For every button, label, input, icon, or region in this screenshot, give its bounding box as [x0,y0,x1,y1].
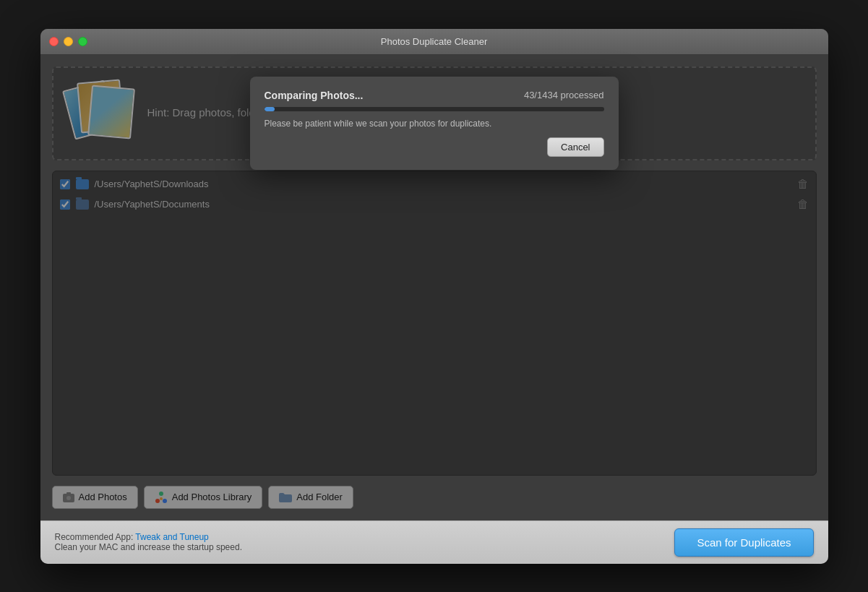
footer-description: Clean your MAC and increase the startup … [55,542,242,552]
recommended-link[interactable]: Tweak and Tuneup [135,532,208,542]
traffic-lights [49,37,87,46]
popup-header: Comparing Photos... 43/1434 processed [265,90,604,101]
main-content: Hint: Drag photos, folders, or Photos Li… [40,55,828,520]
title-bar: Photos Duplicate Cleaner [40,29,828,55]
footer: Recommended App: Tweak and Tuneup Clean … [40,520,828,564]
popup-hint: Please be patient while we scan your pho… [265,119,604,129]
window-title: Photos Duplicate Cleaner [381,36,487,47]
popup-progress-text: 43/1434 processed [524,90,604,100]
popup-title: Comparing Photos... [265,90,364,101]
recommended-prefix: Recommended App: [55,532,136,542]
progress-bar-track [265,107,604,111]
popup-overlay: Comparing Photos... 43/1434 processed Pl… [40,55,828,520]
popup-cancel-row: Cancel [265,137,604,157]
minimize-button[interactable] [64,37,73,46]
close-button[interactable] [49,37,59,46]
footer-text: Recommended App: Tweak and Tuneup Clean … [55,532,675,552]
scan-for-duplicates-button[interactable]: Scan for Duplicates [674,528,813,557]
progress-popup: Comparing Photos... 43/1434 processed Pl… [250,77,619,170]
cancel-button[interactable]: Cancel [547,137,603,157]
maximize-button[interactable] [78,37,87,46]
progress-bar-fill [265,107,275,111]
app-window: Photos Duplicate Cleaner Hint: Drag phot… [40,29,828,564]
